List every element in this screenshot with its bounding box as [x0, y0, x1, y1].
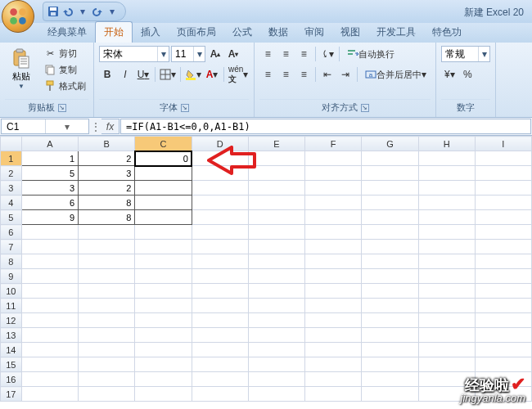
- cell-F17[interactable]: [305, 387, 362, 402]
- cell-I13[interactable]: [475, 328, 531, 343]
- cell-I11[interactable]: [475, 299, 531, 313]
- cell-A12[interactable]: [21, 313, 78, 328]
- cell-D15[interactable]: [192, 357, 248, 372]
- align-left-button[interactable]: ≡: [259, 66, 276, 83]
- fill-color-button[interactable]: ▾: [184, 66, 202, 83]
- font-family-combo[interactable]: ▾: [99, 46, 169, 62]
- cell-B15[interactable]: [79, 357, 135, 372]
- cell-A8[interactable]: [21, 254, 78, 269]
- cell-H5[interactable]: [418, 210, 475, 225]
- cell-B1[interactable]: 2: [79, 151, 135, 166]
- cut-button[interactable]: ✂剪切: [41, 46, 88, 61]
- chevron-down-icon[interactable]: ▾: [76, 5, 89, 18]
- percent-button[interactable]: %: [459, 66, 476, 83]
- cell-I8[interactable]: [475, 254, 531, 269]
- cell-G3[interactable]: [362, 181, 418, 196]
- cell-E3[interactable]: [248, 181, 304, 196]
- orientation-button[interactable]: ⤹▾: [319, 46, 336, 62]
- cell-D17[interactable]: [192, 387, 248, 402]
- dialog-launcher-icon[interactable]: ↘: [181, 104, 189, 112]
- cell-B10[interactable]: [79, 284, 135, 299]
- col-header-I[interactable]: I: [475, 137, 531, 151]
- increase-font-button[interactable]: A▴: [207, 46, 223, 62]
- col-header-G[interactable]: G: [362, 137, 418, 151]
- cell-F14[interactable]: [305, 343, 362, 357]
- chevron-down-icon[interactable]: ▾: [157, 47, 169, 61]
- cell-G5[interactable]: [362, 210, 418, 225]
- cell-C12[interactable]: [135, 313, 192, 328]
- cell-H9[interactable]: [418, 269, 475, 284]
- cell-B17[interactable]: [79, 387, 135, 402]
- align-middle-button[interactable]: ≡: [277, 46, 294, 62]
- cell-I14[interactable]: [475, 343, 531, 357]
- tab-developer[interactable]: 开发工具: [368, 22, 424, 43]
- col-header-E[interactable]: E: [248, 137, 304, 151]
- cell-A4[interactable]: 6: [21, 196, 78, 210]
- cell-F3[interactable]: [305, 181, 362, 196]
- cell-F4[interactable]: [305, 196, 362, 210]
- cell-A2[interactable]: 5: [21, 166, 78, 181]
- cell-G1[interactable]: [362, 151, 418, 166]
- cell-I6[interactable]: [475, 225, 531, 240]
- cell-I1[interactable]: [475, 151, 531, 166]
- cell-D8[interactable]: [192, 254, 248, 269]
- chevron-down-icon[interactable]: ▾: [193, 47, 205, 61]
- tab-view[interactable]: 视图: [332, 22, 368, 43]
- cell-H10[interactable]: [418, 284, 475, 299]
- cell-F12[interactable]: [305, 313, 362, 328]
- cell-D5[interactable]: [192, 210, 248, 225]
- cell-G6[interactable]: [362, 225, 418, 240]
- cell-B4[interactable]: 8: [79, 196, 135, 210]
- cell-D12[interactable]: [192, 313, 248, 328]
- row-header-16[interactable]: 16: [1, 372, 22, 387]
- cell-I5[interactable]: [475, 210, 531, 225]
- col-header-H[interactable]: H: [418, 137, 475, 151]
- cell-H8[interactable]: [418, 254, 475, 269]
- cell-G7[interactable]: [362, 240, 418, 254]
- row-header-14[interactable]: 14: [1, 343, 22, 357]
- tab-feature[interactable]: 特色功: [424, 22, 470, 43]
- col-header-D[interactable]: D: [192, 137, 248, 151]
- select-all-corner[interactable]: [1, 137, 22, 151]
- cell-G4[interactable]: [362, 196, 418, 210]
- save-icon[interactable]: [47, 5, 60, 18]
- cell-C6[interactable]: [135, 225, 192, 240]
- cell-I12[interactable]: [475, 313, 531, 328]
- cell-G8[interactable]: [362, 254, 418, 269]
- cell-C10[interactable]: [135, 284, 192, 299]
- cell-E2[interactable]: [248, 166, 304, 181]
- cell-I9[interactable]: [475, 269, 531, 284]
- cell-F8[interactable]: [305, 254, 362, 269]
- tab-home[interactable]: 开始: [95, 21, 133, 43]
- tab-layout[interactable]: 页面布局: [169, 22, 224, 43]
- cell-H1[interactable]: [418, 151, 475, 166]
- font-size-input[interactable]: [172, 48, 193, 60]
- cell-B8[interactable]: [79, 254, 135, 269]
- cell-A7[interactable]: [21, 240, 78, 254]
- cell-E10[interactable]: [248, 284, 304, 299]
- cell-A17[interactable]: [21, 387, 78, 402]
- cell-H7[interactable]: [418, 240, 475, 254]
- col-header-F[interactable]: F: [305, 137, 362, 151]
- cell-D2[interactable]: [192, 166, 248, 181]
- format-painter-button[interactable]: 格式刷: [41, 79, 88, 93]
- cell-D1[interactable]: [192, 151, 248, 166]
- cell-E6[interactable]: [248, 225, 304, 240]
- cell-A6[interactable]: [21, 225, 78, 240]
- cell-C17[interactable]: [135, 387, 192, 402]
- cell-C7[interactable]: [135, 240, 192, 254]
- font-family-input[interactable]: [100, 48, 157, 60]
- cell-C1[interactable]: 0: [135, 151, 192, 166]
- cell-F2[interactable]: [305, 166, 362, 181]
- row-header-2[interactable]: 2: [1, 166, 22, 181]
- row-header-6[interactable]: 6: [1, 225, 22, 240]
- cell-A1[interactable]: 1: [21, 151, 78, 166]
- cell-G14[interactable]: [362, 343, 418, 357]
- cell-E15[interactable]: [248, 357, 304, 372]
- cell-G9[interactable]: [362, 269, 418, 284]
- cell-E17[interactable]: [248, 387, 304, 402]
- number-format-input[interactable]: [442, 48, 478, 60]
- row-header-4[interactable]: 4: [1, 196, 22, 210]
- chevron-down-icon[interactable]: ▾: [45, 119, 89, 133]
- redo-icon[interactable]: [91, 5, 104, 18]
